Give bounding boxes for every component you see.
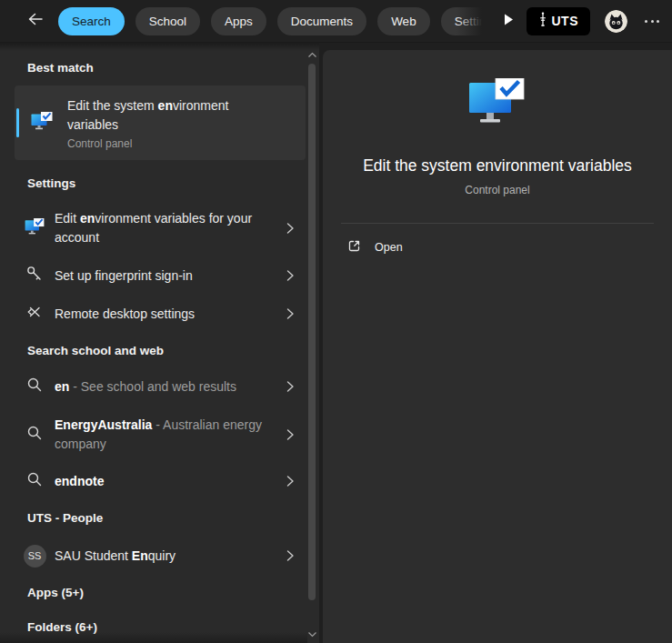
divider: [341, 223, 654, 224]
back-button[interactable]: [24, 7, 47, 35]
result-web-en[interactable]: en - See school and web results: [15, 372, 306, 401]
tab-search[interactable]: Search: [58, 7, 125, 35]
chevron-down-icon: [307, 631, 317, 638]
result-label: Edit environment variables for your acco…: [55, 209, 273, 247]
user-avatar[interactable]: [605, 10, 627, 33]
tab-web[interactable]: Web: [377, 7, 430, 35]
tab-documents[interactable]: Documents: [277, 7, 366, 35]
preview-panel: Edit the system environment variables Co…: [323, 50, 672, 643]
dot-icon: [645, 20, 647, 23]
system-properties-icon: [25, 218, 45, 239]
more-options-button[interactable]: [645, 20, 659, 23]
cat-avatar-image: [605, 10, 627, 33]
best-match-result[interactable]: Edit the system environment variables Co…: [15, 85, 306, 160]
brand-label: UTS: [552, 14, 579, 28]
search-icon: [26, 377, 43, 397]
section-uts-people: UTS - People: [27, 511, 103, 525]
result-label: Remote desktop settings: [55, 305, 195, 324]
result-web-endnote[interactable]: endnote: [15, 467, 306, 496]
best-match-title: Edit the system environment variables: [67, 96, 249, 135]
section-school-web: Search school and web: [27, 344, 164, 357]
back-arrow-icon: [26, 12, 45, 30]
key-icon: [25, 265, 44, 286]
selection-accent-bar: [16, 108, 19, 137]
preview-title: Edit the system environment variables: [363, 156, 632, 176]
expand-chevron-button[interactable]: [284, 427, 296, 442]
expand-chevron-button[interactable]: [284, 474, 296, 488]
result-web-energyaustralia[interactable]: EnergyAustralia - Australian energy comp…: [15, 408, 306, 461]
panel-top-shade: [0, 43, 319, 51]
result-label: SAU Student Enquiry: [55, 547, 176, 566]
remote-desktop-icon: [25, 303, 44, 325]
result-label: EnergyAustralia - Australian energy comp…: [55, 416, 273, 454]
system-properties-icon-large: [468, 78, 527, 131]
open-action[interactable]: Open: [323, 232, 672, 263]
section-apps: Apps (5+): [27, 586, 84, 599]
results-scrollbar[interactable]: [306, 43, 318, 643]
result-person-sau[interactable]: SS SAU Student Enquiry: [15, 541, 306, 570]
result-label: en - See school and web results: [55, 377, 236, 397]
windows-search-window: Search School Apps Documents Web Setting…: [0, 0, 672, 643]
uts-tower-icon: [538, 12, 547, 31]
dot-icon: [657, 20, 659, 23]
section-best-match: Best match: [27, 61, 94, 75]
search-header: Search School Apps Documents Web Setting…: [0, 0, 672, 43]
results-panel: Best match: [0, 43, 319, 643]
open-external-icon: [346, 238, 362, 257]
expand-chevron-button[interactable]: [284, 548, 296, 563]
result-label: endnote: [55, 472, 104, 491]
tab-apps[interactable]: Apps: [211, 7, 266, 35]
section-settings: Settings: [27, 176, 75, 190]
best-match-subtitle: Control panel: [67, 137, 249, 150]
play-icon: [504, 13, 514, 29]
system-properties-icon: [31, 112, 53, 135]
scroll-down-button[interactable]: [306, 628, 318, 639]
search-icon: [26, 425, 43, 445]
expand-chevron-button[interactable]: [284, 268, 296, 283]
result-edit-env-account[interactable]: Edit environment variables for your acco…: [15, 202, 306, 255]
search-icon: [26, 471, 43, 491]
result-label: Set up fingerprint sign-in: [55, 266, 193, 286]
preview-subtitle: Control panel: [465, 184, 529, 196]
chevron-up-icon: [307, 52, 317, 58]
scrollbar-thumb[interactable]: [308, 64, 316, 600]
section-folders: Folders (6+): [27, 620, 97, 634]
result-remote-desktop[interactable]: Remote desktop settings: [15, 299, 306, 328]
expand-chevron-button[interactable]: [284, 221, 296, 236]
expand-chevron-button[interactable]: [284, 306, 296, 321]
scroll-up-button[interactable]: [306, 49, 318, 60]
tab-settings[interactable]: Settings: [441, 7, 493, 35]
dot-icon: [651, 20, 654, 23]
open-label: Open: [375, 241, 403, 254]
tab-school[interactable]: School: [135, 7, 200, 35]
expand-chevron-button[interactable]: [284, 379, 296, 394]
person-initials-avatar: SS: [24, 545, 46, 568]
filter-tabs: Search School Apps Documents Web Setting…: [58, 7, 493, 35]
result-fingerprint-signin[interactable]: Set up fingerprint sign-in: [15, 261, 306, 290]
uts-brand-button[interactable]: UTS: [527, 7, 591, 35]
scroll-tabs-button[interactable]: [496, 7, 520, 35]
